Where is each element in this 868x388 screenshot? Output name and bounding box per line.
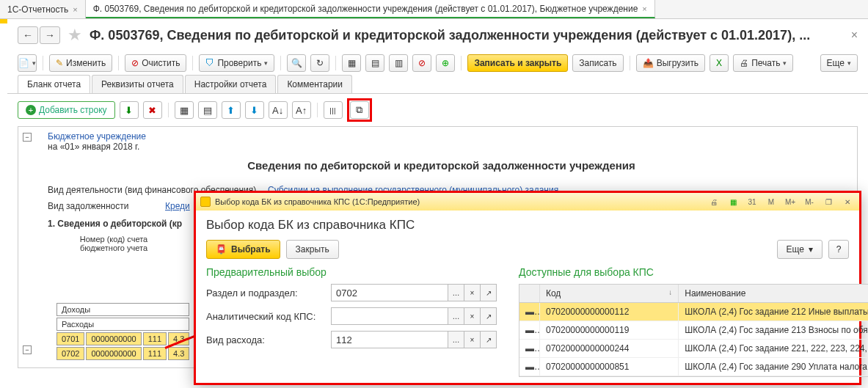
section-label: Раздел и подраздел: — [206, 288, 331, 299]
col-header: Номер (код) счета бюджетного учета — [48, 235, 180, 252]
row-marker-icon: ▬ — [525, 325, 540, 335]
win-m-icon[interactable]: M — [764, 196, 778, 208]
favorite-icon[interactable]: ★ — [68, 26, 82, 45]
refresh-button[interactable]: ↻ — [310, 54, 329, 72]
grid-col-icon[interactable] — [519, 285, 540, 302]
row-tool-4[interactable]: ▤ — [198, 101, 217, 119]
section-clear-icon[interactable]: × — [464, 284, 481, 301]
row-marker-icon: ▬ — [525, 343, 540, 354]
tab-label: 1С-Отчетность — [7, 4, 68, 15]
expense-open-icon[interactable]: ↗ — [481, 331, 497, 348]
analytic-open-icon[interactable]: ↗ — [481, 307, 497, 325]
row-tool-2[interactable]: ✖ — [143, 101, 162, 119]
row-marker-icon: ▬ — [525, 307, 540, 317]
tree-toggle-2[interactable]: − — [23, 345, 32, 354]
app-tab-reporting[interactable]: 1С-Отчетность × — [0, 0, 86, 18]
kps-picker-dialog: Выбор кода БК из справочника КПС (1С:Пре… — [194, 191, 861, 385]
add-row-button[interactable]: +Добавить строку — [18, 101, 115, 119]
dialog-heading: Выбор кода БК из справочника КПС — [206, 218, 849, 233]
table-row[interactable]: 0701 0000000000 111 4.3 — [56, 332, 189, 345]
page-title: Ф. 0503769, Сведения по дебиторской и кр… — [90, 28, 844, 43]
analytic-label: Аналитический код КПС: — [206, 311, 331, 322]
row-tool-copy[interactable]: ⧉ — [350, 101, 369, 119]
grid-row[interactable]: ▬ 07020000000000851 ШКОЛА (2,4) Гос зада… — [519, 358, 868, 376]
table-row[interactable]: 0702 0000000000 111 4.3 — [56, 347, 189, 360]
tab-requisites[interactable]: Реквизиты отчета — [92, 75, 183, 93]
row-tool-sort-a[interactable]: A↓ — [269, 101, 288, 119]
nav-back-button[interactable]: ← — [18, 26, 38, 44]
print-button[interactable]: 🖨Печать▾ — [733, 54, 793, 72]
grid-col-code[interactable]: Код↓ — [540, 285, 679, 302]
row-tool-up[interactable]: ⬆ — [222, 101, 241, 119]
tool-d-button[interactable]: ⊘ — [412, 54, 431, 72]
new-button[interactable]: 📄▾ — [18, 54, 37, 72]
tab-settings[interactable]: Настройки отчета — [185, 75, 277, 93]
expense-label: Вид расхода: — [206, 334, 331, 345]
tab-close-icon[interactable]: × — [642, 4, 646, 13]
tool-b-button[interactable]: ▤ — [365, 54, 384, 72]
search-button[interactable]: 🔍 — [287, 54, 306, 72]
tab-close-icon[interactable]: × — [73, 5, 77, 14]
row-tool-down[interactable]: ⬇ — [245, 101, 264, 119]
export-button[interactable]: 📤Выгрузить — [636, 54, 706, 72]
grid-row[interactable]: ▬ 07020000000000244 ШКОЛА (2,4) Гос зада… — [519, 340, 868, 358]
expense-pick-icon[interactable]: … — [448, 331, 464, 348]
edit-button[interactable]: ✎Изменить — [49, 54, 112, 72]
tab-label: Ф. 0503769, Сведения по дебиторской и кр… — [93, 4, 638, 14]
row-tool-sort-d[interactable]: A↑ — [292, 101, 311, 119]
app-tab-form[interactable]: Ф. 0503769, Сведения по дебиторской и кр… — [86, 0, 655, 18]
win-mplus-icon[interactable]: M+ — [783, 196, 798, 208]
expense-clear-icon[interactable]: × — [464, 331, 481, 348]
win-mminus-icon[interactable]: M- — [802, 196, 817, 208]
kps-grid: Код↓ Наименование Вид ▬ 0702000000000011… — [519, 284, 868, 377]
side-accent — [0, 19, 7, 23]
analytic-input[interactable] — [331, 307, 448, 325]
excel-button[interactable]: X — [710, 54, 729, 72]
row-tool-3[interactable]: ▦ — [175, 101, 194, 119]
close-button[interactable]: Закрыть — [286, 240, 339, 259]
clear-button[interactable]: ⊘Очистить — [125, 54, 186, 72]
expense-header: Расходы — [56, 318, 189, 331]
section-open-icon[interactable]: ↗ — [481, 284, 497, 301]
grid-row[interactable]: ▬ 07020000000000112 ШКОЛА (2,4) Гос зада… — [519, 303, 868, 321]
win-restore-icon[interactable]: ❐ — [821, 196, 836, 208]
row-marker-icon: ▬ — [525, 362, 540, 372]
win-print-icon[interactable]: 🖨 — [707, 196, 721, 208]
section-pick-icon[interactable]: … — [448, 284, 464, 301]
app-icon — [200, 197, 211, 207]
help-button[interactable]: ? — [828, 240, 849, 259]
tab-blank[interactable]: Бланк отчета — [18, 75, 90, 93]
tool-c-button[interactable]: ▥ — [389, 54, 408, 72]
row-tool-1[interactable]: ⬇ — [120, 101, 139, 119]
tab-comments[interactable]: Комментарии — [277, 75, 352, 93]
mini-table: Доходы Расходы 0701 0000000000 111 4.3 0… — [55, 301, 191, 362]
select-button[interactable]: 📮Выбрать — [206, 240, 280, 259]
dialog-title: Выбор кода БК из справочника КПС (1С:Пре… — [215, 197, 420, 206]
debt-value[interactable]: Креди — [165, 201, 190, 211]
nav-fwd-button[interactable]: → — [40, 26, 60, 44]
analytic-pick-icon[interactable]: … — [448, 307, 464, 325]
analytic-clear-icon[interactable]: × — [464, 307, 481, 325]
org-name: Бюджетное учреждение — [48, 131, 835, 142]
income-header: Доходы — [56, 303, 189, 316]
win-close-icon[interactable]: ✕ — [840, 196, 855, 208]
doc-main-title: Сведения по дебиторской и кредиторской з… — [48, 159, 835, 172]
grid-col-name[interactable]: Наименование — [679, 285, 868, 302]
save-close-button[interactable]: Записать и закрыть — [467, 54, 568, 72]
dialog-more-button[interactable]: Еще ▾ — [777, 240, 823, 259]
tool-a-button[interactable]: ▦ — [342, 54, 361, 72]
win-grid-icon[interactable]: ▦ — [726, 196, 740, 208]
section-input[interactable]: 0702 — [331, 284, 448, 301]
more-button[interactable]: Еще▾ — [820, 54, 858, 72]
pre-select-heading: Предварительный выбор — [206, 266, 497, 278]
row-tool-cols[interactable]: ⫼ — [324, 101, 343, 119]
tool-e-button[interactable]: ⊕ — [436, 54, 455, 72]
available-heading: Доступные для выбора КПС — [519, 266, 868, 278]
save-button[interactable]: Записать — [572, 54, 623, 72]
grid-row[interactable]: ▬ 07020000000000119 ШКОЛА (2,4) Гос зада… — [519, 321, 868, 340]
expense-input[interactable]: 112 — [331, 331, 448, 348]
page-close-icon[interactable]: × — [851, 29, 858, 42]
win-cal-icon[interactable]: 31 — [745, 196, 759, 208]
doc-date: на «01» января 2018 г. — [48, 142, 835, 152]
check-button[interactable]: ⛉Проверить▾ — [199, 54, 274, 72]
